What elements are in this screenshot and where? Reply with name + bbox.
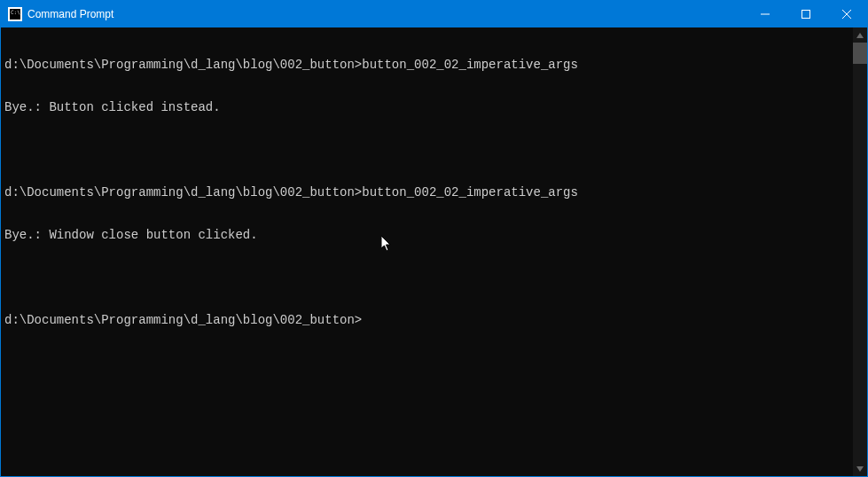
terminal-line: Bye.: Window close button clicked. [4, 228, 853, 242]
chevron-down-icon [856, 466, 864, 472]
maximize-icon [802, 10, 810, 19]
scroll-down-button[interactable] [853, 461, 867, 476]
terminal-line: d:\Documents\Programming\d_lang\blog\002… [4, 185, 853, 199]
minimize-icon [761, 10, 770, 19]
terminal-output[interactable]: d:\Documents\Programming\d_lang\blog\002… [1, 27, 853, 476]
svg-marker-5 [856, 466, 864, 472]
command-prompt-window: C:\ Command Prompt d:\Documents\Programm… [0, 0, 868, 477]
scroll-up-button[interactable] [853, 27, 867, 43]
window-controls [745, 1, 867, 27]
terminal-area: d:\Documents\Programming\d_lang\blog\002… [1, 27, 867, 476]
minimize-button[interactable] [745, 1, 786, 27]
chevron-up-icon [856, 33, 864, 38]
terminal-line: Bye.: Button clicked instead. [4, 100, 853, 114]
maximize-button[interactable] [786, 1, 826, 27]
scroll-thumb[interactable] [853, 43, 867, 64]
terminal-line: d:\Documents\Programming\d_lang\blog\002… [4, 313, 853, 327]
close-icon [842, 10, 851, 19]
terminal-line [4, 270, 853, 285]
window-title: Command Prompt [27, 8, 113, 20]
close-button[interactable] [826, 1, 867, 27]
cmd-icon: C:\ [8, 7, 22, 21]
terminal-line [4, 143, 853, 157]
terminal-line: d:\Documents\Programming\d_lang\blog\002… [4, 58, 853, 72]
vertical-scrollbar[interactable] [853, 27, 867, 476]
svg-marker-4 [856, 33, 864, 38]
svg-rect-1 [802, 11, 810, 19]
titlebar[interactable]: C:\ Command Prompt [1, 1, 867, 27]
